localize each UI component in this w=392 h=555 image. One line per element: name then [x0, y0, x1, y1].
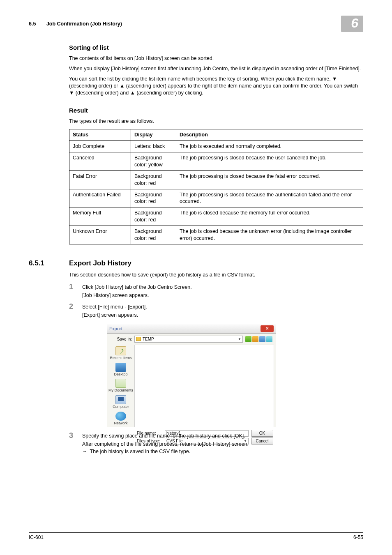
- cell-display: Background color: red: [131, 207, 176, 226]
- dialog-sidebar: Recent Items Desktop My Documents: [107, 345, 134, 427]
- save-in-value: TEMP: [143, 337, 154, 341]
- cell-description: The job is closed because the unknown er…: [176, 226, 363, 244]
- table-row: Canceled Background color: yellow The jo…: [69, 152, 363, 171]
- step-1-text: Click [Job History] tab of the Job Centr…: [82, 284, 192, 290]
- table-row: Memory Full Background color: red The jo…: [69, 207, 363, 226]
- cell-display: Background color: red: [131, 189, 176, 207]
- save-in-combo[interactable]: TEMP ▼: [134, 336, 243, 343]
- result-table: Status Display Description Job Complete …: [69, 129, 363, 244]
- sidebar-item-computer[interactable]: Computer: [113, 395, 129, 409]
- sidebar-label-desktop: Desktop: [114, 372, 127, 376]
- result-intro: The types of the result are as follows.: [69, 118, 363, 125]
- step-2: Select [File] menu - [Export]. [Export] …: [69, 304, 363, 427]
- sorting-para-3: You can sort the list by clicking the li…: [69, 76, 363, 97]
- sidebar-label-recent: Recent Items: [110, 356, 131, 360]
- cell-display: Background color: yellow: [131, 152, 176, 171]
- recent-icon: [115, 346, 126, 355]
- file-list-area[interactable]: [134, 345, 274, 427]
- col-display: Display: [131, 129, 176, 141]
- dialog-title: Export: [109, 326, 122, 331]
- step-1: Click [Job History] tab of the Job Centr…: [69, 284, 363, 298]
- chapter-badge: 6: [341, 16, 363, 32]
- header-left: 6.5 Job Confirmation (Job History): [29, 21, 122, 27]
- col-description: Description: [176, 129, 363, 141]
- sidebar-item-network[interactable]: Network: [114, 412, 127, 426]
- step-2-text: Select [File] menu - [Export].: [82, 304, 147, 310]
- close-icon[interactable]: ✕: [261, 325, 274, 332]
- step-2-sub: [Export] screen appears.: [82, 312, 363, 318]
- cell-description: The job processing is closed because the…: [176, 189, 363, 207]
- sidebar-item-desktop[interactable]: Desktop: [114, 363, 127, 377]
- export-section-number: 6.5.1: [29, 259, 69, 267]
- step-3-bullet: The job history is saved in the CSV file…: [82, 449, 363, 454]
- page-header: 6.5 Job Confirmation (Job History) 6: [29, 16, 363, 33]
- dialog-save-in-row: Save in: TEMP ▼: [107, 334, 276, 345]
- chevron-down-icon: ▼: [238, 337, 241, 341]
- up-icon[interactable]: [245, 336, 251, 342]
- sorting-para-2: When you display [Job History] screen fi…: [69, 65, 363, 72]
- folder-icon: [136, 337, 141, 341]
- step-1-sub: [Job History] screen appears.: [82, 292, 363, 298]
- table-row: Authentication Failed Background color: …: [69, 189, 363, 207]
- network-icon: [115, 412, 126, 421]
- table-row: Unknown Error Background color: red The …: [69, 226, 363, 244]
- step-3: Specify the saving place and file name f…: [69, 433, 363, 454]
- cell-display: Background color: red: [131, 226, 176, 244]
- export-dialog: Export ✕ Save in: TEMP ▼: [107, 324, 276, 427]
- list-view-icon[interactable]: [259, 336, 265, 342]
- dialog-titlebar: Export ✕: [107, 324, 276, 334]
- computer-icon: [115, 395, 126, 404]
- export-section-header: 6.5.1 Export Job History: [29, 259, 363, 267]
- export-steps: Click [Job History] tab of the Job Centr…: [69, 284, 363, 454]
- sidebar-item-docs[interactable]: My Documents: [108, 379, 133, 393]
- sorting-heading: Sorting of list: [69, 44, 363, 51]
- sidebar-label-computer: Computer: [113, 405, 129, 409]
- sidebar-label-docs: My Documents: [108, 388, 133, 392]
- new-folder-icon[interactable]: [252, 336, 258, 342]
- step-3-sub: After completing of the file saving proc…: [82, 441, 363, 447]
- header-section-title: Job Confirmation (Job History): [46, 21, 122, 27]
- page-footer: IC-601 6-55: [29, 532, 363, 540]
- table-row: Job Complete Letters: black The job is e…: [69, 141, 363, 152]
- header-section-number: 6.5: [29, 21, 36, 27]
- dialog-main: Recent Items Desktop My Documents: [107, 345, 276, 427]
- cell-status: Authentication Failed: [69, 189, 131, 207]
- cell-status: Canceled: [69, 152, 131, 171]
- export-intro: This section describes how to save (expo…: [69, 272, 363, 279]
- table-header-row: Status Display Description: [69, 129, 363, 141]
- export-section-title: Export Job History: [69, 259, 131, 267]
- footer-left: IC-601: [29, 534, 44, 540]
- sidebar-item-recent[interactable]: Recent Items: [110, 346, 131, 360]
- cell-display: Letters: black: [131, 141, 176, 152]
- cell-display: Background color: red: [131, 170, 176, 189]
- result-heading: Result: [69, 107, 363, 114]
- footer-right: 6-55: [353, 534, 363, 540]
- save-in-label: Save in:: [111, 337, 132, 341]
- cell-description: The job processing is closed because the…: [176, 170, 363, 189]
- dialog-toolbar-icons: [245, 336, 272, 342]
- sorting-para-1: The contents of list items on [Job Histo…: [69, 55, 363, 62]
- table-row: Fatal Error Background color: red The jo…: [69, 170, 363, 189]
- desktop-icon: [115, 363, 126, 372]
- cell-description: The job processing is closed because the…: [176, 152, 363, 171]
- step-3-text: Specify the saving place and file name f…: [82, 433, 245, 439]
- details-view-icon[interactable]: [266, 336, 272, 342]
- cell-status: Memory Full: [69, 207, 131, 226]
- cell-status: Job Complete: [69, 141, 131, 152]
- documents-icon: [115, 379, 126, 388]
- cell-status: Unknown Error: [69, 226, 131, 244]
- cell-status: Fatal Error: [69, 170, 131, 189]
- cell-description: The job is executed and normally complet…: [176, 141, 363, 152]
- cell-description: The job is closed because the memory ful…: [176, 207, 363, 226]
- sidebar-label-network: Network: [114, 421, 127, 425]
- col-status: Status: [69, 129, 131, 141]
